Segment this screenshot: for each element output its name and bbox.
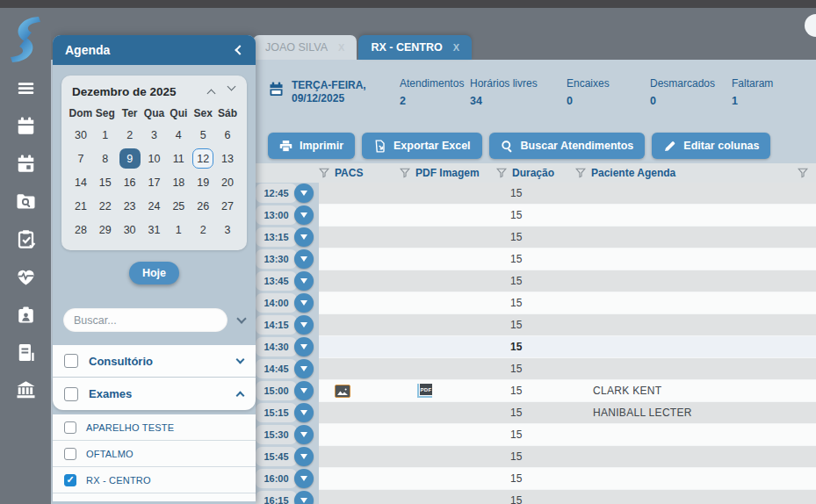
table-row-15-45[interactable]: 15:4515 [255, 446, 816, 468]
row-dropdown-button[interactable] [294, 249, 314, 269]
table-row-13-15[interactable]: 13:1515 [255, 227, 816, 248]
calendar-day-31[interactable]: 31 [142, 218, 167, 241]
checkbox-aparelho-teste[interactable] [64, 421, 76, 434]
table-row-14-15[interactable]: 14:1515 [255, 314, 816, 336]
sidebar-button-clipboard-check[interactable] [12, 227, 39, 251]
sidebar-button-calendar[interactable] [12, 114, 39, 138]
list-item-oftalmo[interactable]: OFTALMO [53, 441, 256, 467]
sidebar-button-menu[interactable] [12, 76, 39, 100]
calendar-day-27[interactable]: 27 [215, 194, 240, 218]
calendar-day-30[interactable]: 30 [118, 218, 142, 241]
time-slot-label[interactable]: 15:30 [256, 425, 297, 444]
calendar-day-30[interactable]: 30 [69, 123, 93, 147]
tab-close-icon[interactable]: X [453, 42, 459, 53]
row-dropdown-button[interactable] [294, 447, 314, 466]
time-slot-label[interactable]: 12:45 [256, 184, 297, 203]
calendar-day-26[interactable]: 26 [191, 194, 215, 218]
checkbox-rx-centro[interactable]: ✓ [64, 474, 76, 486]
calendar-day-7[interactable]: 7 [69, 147, 93, 170]
calendar-day-10[interactable]: 10 [142, 147, 167, 170]
calendar-day-20[interactable]: 20 [215, 170, 240, 194]
calendar-day-2[interactable]: 2 [118, 123, 142, 147]
panel-collapse-icon[interactable] [235, 45, 244, 54]
search-dropdown-icon[interactable] [236, 313, 246, 323]
table-row-15-15[interactable]: 15:1515HANIBALL LECTER [255, 402, 816, 424]
list-item-aparelho-teste[interactable]: APARELHO TESTE [53, 414, 256, 441]
calendar-day-9[interactable]: 9 [118, 147, 142, 170]
calendar-day-24[interactable]: 24 [142, 194, 167, 218]
calendar-day-14[interactable]: 14 [69, 170, 93, 194]
table-row-13-00[interactable]: 13:0015 [255, 205, 816, 227]
row-dropdown-button[interactable] [294, 293, 314, 313]
time-slot-label[interactable]: 16:15 [256, 491, 297, 504]
time-slot-label[interactable]: 15:15 [256, 403, 297, 422]
sidebar-button-patient-box[interactable] [12, 303, 39, 327]
row-dropdown-button[interactable] [294, 425, 314, 444]
calendar-prev-month-icon[interactable] [207, 90, 216, 98]
row-dropdown-button[interactable] [294, 381, 314, 400]
calendar-day-12[interactable]: 12 [191, 147, 215, 170]
time-slot-label[interactable]: 14:30 [256, 337, 297, 356]
calendar-day-21[interactable]: 21 [69, 194, 93, 218]
calendar-day-1[interactable]: 1 [93, 123, 118, 147]
calendar-day-11[interactable]: 11 [166, 147, 191, 170]
calendar-day-15[interactable]: 15 [93, 170, 118, 194]
row-dropdown-button[interactable] [294, 315, 314, 335]
imprimir-button[interactable]: Imprimir [268, 133, 355, 159]
table-row-14-00[interactable]: 14:0015 [255, 292, 816, 314]
calendar-day-19[interactable]: 19 [191, 170, 215, 194]
time-slot-label[interactable]: 15:45 [256, 447, 297, 466]
exportar-excel-button[interactable]: Exportar Excel [362, 133, 482, 159]
tab-joao-silva[interactable]: JOAO SILVAX [253, 35, 357, 60]
table-row-14-45[interactable]: 14:4515 [255, 358, 816, 380]
pacs-image-icon[interactable] [335, 385, 350, 398]
row-dropdown-button[interactable] [294, 184, 314, 203]
time-slot-label[interactable]: 14:15 [256, 315, 297, 335]
table-row-13-45[interactable]: 13:4515 [255, 270, 816, 292]
list-item-rx-centro[interactable]: ✓RX - CENTRO [53, 467, 256, 493]
calendar-day-22[interactable]: 22 [93, 194, 118, 218]
row-dropdown-button[interactable] [294, 491, 314, 504]
sidebar-button-calendar-day[interactable] [12, 152, 39, 176]
calendar-day-18[interactable]: 18 [166, 170, 191, 194]
calendar-day-25[interactable]: 25 [166, 194, 191, 218]
calendar-day-3[interactable]: 3 [215, 218, 240, 241]
sidebar-button-folder-search[interactable] [12, 190, 39, 213]
editar-colunas-button[interactable]: Editar colunas [652, 133, 770, 159]
calendar-day-1[interactable]: 1 [166, 218, 191, 241]
calendar-day-16[interactable]: 16 [118, 170, 142, 194]
row-dropdown-button[interactable] [294, 359, 314, 378]
section-exames[interactable]: Exames [53, 378, 256, 410]
row-dropdown-button[interactable] [294, 271, 314, 291]
sidebar-button-bank[interactable] [12, 378, 39, 402]
calendar-day-3[interactable]: 3 [142, 123, 167, 147]
table-row-12-45[interactable]: 12:4515 [255, 183, 816, 205]
table-row-14-30[interactable]: 14:3015 [255, 336, 816, 358]
calendar-day-29[interactable]: 29 [93, 218, 118, 241]
time-slot-label[interactable]: 15:00 [256, 381, 297, 400]
sidebar-button-heart-pulse[interactable] [12, 265, 39, 289]
checkbox-consult-rio[interactable] [64, 354, 78, 368]
tab-rx-centro[interactable]: RX - CENTROX [358, 35, 472, 60]
filter-funnel-icon[interactable] [319, 168, 329, 178]
today-button[interactable]: Hoje [129, 262, 179, 284]
calendar-day-5[interactable]: 5 [191, 123, 215, 147]
table-row-13-30[interactable]: 13:3015 [255, 248, 816, 270]
row-dropdown-button[interactable] [294, 337, 314, 356]
time-slot-label[interactable]: 14:00 [256, 293, 297, 313]
row-dropdown-button[interactable] [294, 205, 314, 225]
row-dropdown-button[interactable] [294, 469, 314, 488]
filter-funnel-icon[interactable] [575, 168, 586, 178]
calendar-day-4[interactable]: 4 [166, 123, 191, 147]
time-slot-label[interactable]: 14:45 [256, 359, 297, 378]
calendar-day-28[interactable]: 28 [69, 218, 93, 241]
filter-funnel-icon[interactable] [798, 168, 808, 178]
row-dropdown-button[interactable] [294, 227, 314, 247]
calendar-day-13[interactable]: 13 [215, 147, 240, 170]
time-slot-label[interactable]: 16:00 [256, 469, 297, 488]
calendar-day-2[interactable]: 2 [191, 218, 215, 241]
table-row-15-00[interactable]: 15:00PDF15CLARK KENT [255, 380, 816, 402]
row-dropdown-button[interactable] [294, 403, 314, 422]
calendar-day-6[interactable]: 6 [215, 123, 240, 147]
search-input[interactable] [63, 308, 227, 332]
